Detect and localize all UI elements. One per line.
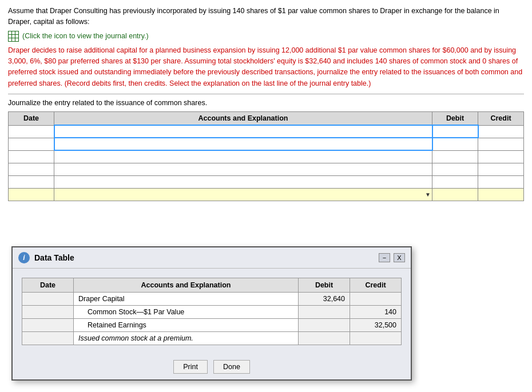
- print-button[interactable]: Print: [173, 360, 208, 374]
- data-row-credit-2: 32,500: [350, 319, 402, 332]
- modal-overlay: i Data Table − X Date Accounts and Expla…: [0, 0, 532, 392]
- data-header-credit: Credit: [350, 278, 402, 293]
- modal-controls: − X: [379, 253, 405, 262]
- done-button[interactable]: Done: [213, 360, 250, 374]
- data-header-accounts: Accounts and Explanation: [74, 278, 299, 293]
- data-row-debit-1: [299, 306, 350, 319]
- modal-title: Data Table: [34, 253, 374, 262]
- data-row-debit-3: [299, 332, 350, 345]
- minimize-button[interactable]: −: [379, 253, 390, 262]
- data-row-debit-2: [299, 319, 350, 332]
- data-row-account-0: Draper Capital: [74, 293, 299, 306]
- data-row-account-1: Common Stock—$1 Par Value: [74, 306, 299, 319]
- data-row-date-2: [22, 319, 74, 332]
- close-button[interactable]: X: [394, 253, 405, 262]
- data-row-credit-0: [350, 293, 402, 306]
- info-icon: i: [18, 252, 30, 263]
- data-row-credit-3: [350, 332, 402, 345]
- data-table-modal: i Data Table − X Date Accounts and Expla…: [11, 246, 412, 381]
- data-row-account-2: Retained Earnings: [74, 319, 299, 332]
- data-row-date-0: [22, 293, 74, 306]
- modal-body: Date Accounts and Explanation Debit Cred…: [13, 269, 411, 354]
- data-row-date-3: [22, 332, 74, 345]
- data-header-date: Date: [22, 278, 74, 293]
- data-row-account-3: Issued common stock at a premium.: [74, 332, 299, 345]
- data-table: Date Accounts and Explanation Debit Cred…: [22, 278, 402, 345]
- data-header-debit: Debit: [299, 278, 350, 293]
- modal-footer: Print Done: [13, 354, 411, 379]
- data-row-date-1: [22, 306, 74, 319]
- data-row-debit-0: 32,640: [299, 293, 350, 306]
- modal-header: i Data Table − X: [13, 247, 411, 269]
- data-row-credit-1: 140: [350, 306, 402, 319]
